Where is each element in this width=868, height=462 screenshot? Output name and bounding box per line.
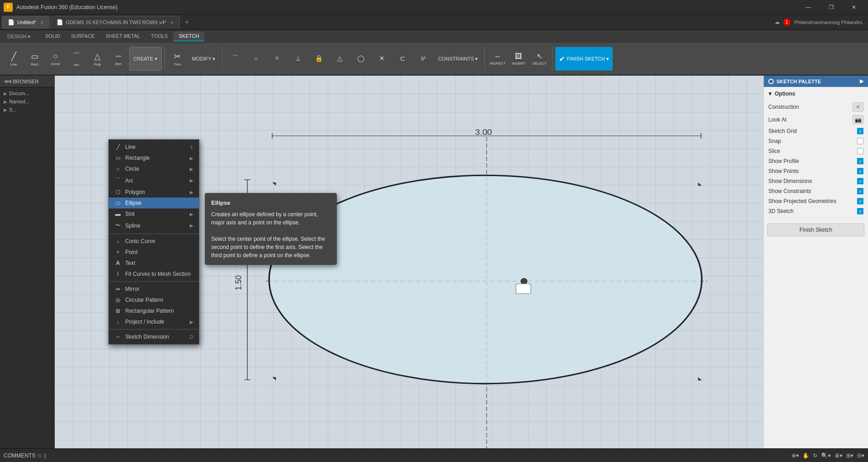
separator-4 [552,46,553,71]
user-name[interactable]: Philandmarimanning Philandm... [794,20,866,25]
comments-toggle[interactable]: ⊙ [37,452,42,459]
ribbon-btn-constraint3[interactable]: = [267,47,287,71]
ribbon-btn-constraint8[interactable]: ✕ [372,47,392,71]
ribbon-btn-constraint9[interactable]: ⊏ [393,47,413,71]
show-dimensions-checkbox[interactable]: ✓ [857,178,863,184]
menu-item-rectangular-pattern[interactable]: ⊞ Rectangular Pattern [109,305,199,316]
menu-item-line[interactable]: ╱ Line L [109,142,199,152]
ribbon-tab-sheet-metal[interactable]: SHEET METAL [100,31,145,41]
look-at-label: Look At [768,117,787,123]
show-projected-checkbox[interactable]: ✓ [857,198,863,204]
look-at-btn[interactable]: 📷 [853,115,863,124]
ribbon-btn-select[interactable]: ↖ SELECT [529,47,549,71]
sidebar-toggle-bottom[interactable]: ‖ [44,452,46,459]
show-constraints-label: Show Constraints [768,188,811,194]
ribbon-tab-solid[interactable]: SOLID [40,31,66,41]
3d-sketch-checkbox[interactable]: ✓ [857,208,863,214]
menu-item-slot[interactable]: ▬ Slot ▶ [109,208,199,219]
show-projected-label: Show Projected Geometries [768,198,836,204]
constraints-label: CONSTRAINTS ▾ [438,56,478,62]
ribbon-btn-constraint7[interactable]: ◯ [351,47,371,71]
ribbon-btn-constraint10[interactable]: ⊬ [414,47,434,71]
menu-item-circular-pattern[interactable]: ◎ Circular Pattern [109,294,199,305]
ribbon-tab-surface[interactable]: SURFACE [66,31,100,41]
menu-item-polygon[interactable]: ⬡ Polygon ▶ [109,187,199,198]
ribbon-btn-insert[interactable]: 🖼 INSERT [508,47,528,71]
tab-close-odems[interactable]: ✕ [170,20,174,25]
cloud-icon[interactable]: ☁ [775,19,780,25]
maximize-button[interactable]: ❐ [821,0,842,15]
palette-collapse-btn[interactable]: ▶ [860,78,863,84]
ribbon-btn-constraint1[interactable]: ⌒ [225,47,245,71]
finish-sketch-palette-btn[interactable]: Finish Sketch [767,223,864,236]
menu-item-arc[interactable]: ⌒ Arc ▶ [109,174,199,187]
ribbon-btn-constraint4[interactable]: ⊥ [288,47,308,71]
menu-item-circle[interactable]: ○ Circle ▶ [109,163,199,174]
ribbon-btn-dimension[interactable]: ↔ Dim [108,47,128,71]
menu-item-point[interactable]: + Point [109,247,199,258]
orbit-btn[interactable]: ↻ [813,452,817,459]
menu-item-spline[interactable]: 〜 Spline ▶ [109,219,199,232]
browser-item-1[interactable]: ▶ Named... [2,97,52,106]
grid-btn[interactable]: ⊞▾ [846,452,853,459]
slice-checkbox[interactable] [857,148,863,154]
menu-item-rectangle[interactable]: ▭ Rectangle ▶ [109,152,199,163]
tab-add-button[interactable]: + [181,16,193,29]
menu-item-conic-curve[interactable]: ∩ Conic Curve [109,236,199,247]
menu-item-fit-curves[interactable]: ⌇ Fit Curves to Mesh Section [109,269,199,279]
zoom-btn[interactable]: 🔍▾ [821,452,831,459]
ribbon-btn-constraint2[interactable]: ○ [246,47,266,71]
ribbon-btn-constraint5[interactable]: 🔒 [309,47,329,71]
menu-item-ellipse[interactable]: ⬭ Ellipse ⋯ [109,198,199,208]
home-view-btn[interactable]: ⊕▾ [792,452,799,459]
menu-item-project-include[interactable]: ↓ Project / Include ▶ [109,316,199,327]
ribbon-tab-sketch[interactable]: SKETCH [173,31,205,41]
display-mode-btn[interactable]: 🖥▾ [834,452,843,459]
tabs-right-controls: ☁ 1 Philandmarimanning Philandm... [775,19,866,26]
create-dropdown-btn[interactable]: CREATE ▾ [129,47,162,71]
show-constraints-checkbox[interactable]: ✓ [857,188,863,194]
sidebar-collapse-btn[interactable]: ◀◀ [4,78,11,84]
tab-untitled[interactable]: 📄 Untitled* ✕ [2,16,50,29]
browser-item-0[interactable]: ▶ Docum... [2,89,52,97]
tab-close[interactable]: ✕ [40,20,44,25]
ribbon-btn-constraint6[interactable]: △ [330,47,350,71]
design-dropdown[interactable]: DESIGN ▾ [2,32,36,41]
ribbon-btn-polygon[interactable]: △ Poly [87,47,107,71]
menu-item-mirror[interactable]: ⇔ Mirror [109,284,199,294]
ribbon-btn-arc[interactable]: ⌒ Arc [66,47,86,71]
snap-checkbox[interactable] [857,138,863,144]
sidebar: ◀◀ BROWSER ▶ Docum... ▶ Named... ▶ S... [0,76,55,448]
canvas-area[interactable]: 3.00 1.50 ╱ Line L [55,76,763,448]
ribbon-btn-line[interactable]: ╱ Line [4,47,24,71]
constraints-dropdown-btn[interactable]: CONSTRAINTS ▾ [435,47,482,71]
ribbon-tab-tools[interactable]: TOOLS [146,31,173,41]
menu-item-text[interactable]: A Text [109,258,199,269]
browser-item-2[interactable]: ▶ S... [2,106,52,114]
notification-badge[interactable]: 1 [783,19,791,26]
pan-btn[interactable]: ✋ [802,452,809,459]
bottom-toolbar: COMMENTS ⊙ ‖ ⊕▾ ✋ ↻ 🔍▾ 🖥▾ ⊞▾ ⊟▾ [0,448,868,462]
ribbon-btn-trim[interactable]: ✂ Trim [168,47,188,71]
tabs-bar: 📄 Untitled* ✕ 📄 ODEMS 16 KEYCHAINS IN TW… [0,15,868,30]
view-cube-btn[interactable]: ⊟▾ [857,452,864,459]
show-profile-checkbox[interactable]: ✓ [857,158,863,164]
sketch-grid-checkbox[interactable]: ✓ [857,128,863,134]
ribbon-btn-rect[interactable]: ▭ Rect [25,47,45,71]
modify-dropdown-btn[interactable]: MODIFY ▾ [188,47,219,71]
minimize-button[interactable]: — [798,0,819,15]
palette-section-options[interactable]: ▼ Options [767,91,864,97]
close-button[interactable]: ✕ [843,0,864,15]
tab-odems[interactable]: 📄 ODEMS 16 KEYCHAINS IN TWO ROWS v4* ✕ [51,16,180,29]
ribbon-btn-inspect[interactable]: ↔ INSPECT [487,47,508,71]
finish-sketch-ribbon-btn[interactable]: ✔ FINISH SKETCH ▾ [555,47,613,71]
construction-btn[interactable]: < [853,102,863,112]
menu-item-sketch-dimension[interactable]: ↔ Sketch Dimension D [109,331,199,342]
show-points-checkbox[interactable]: ✓ [857,168,863,174]
menu-sep-1 [109,234,199,234]
circle-arrow: ▶ [190,167,193,172]
palette-row-show-projected: Show Projected Geometries ✓ [767,196,864,206]
app-icon: F [4,3,13,12]
ribbon-btn-circle[interactable]: ○ Circle [46,47,66,71]
sketch-palette: SKETCH PALETTE ▶ ▼ Options Construction … [763,76,868,448]
